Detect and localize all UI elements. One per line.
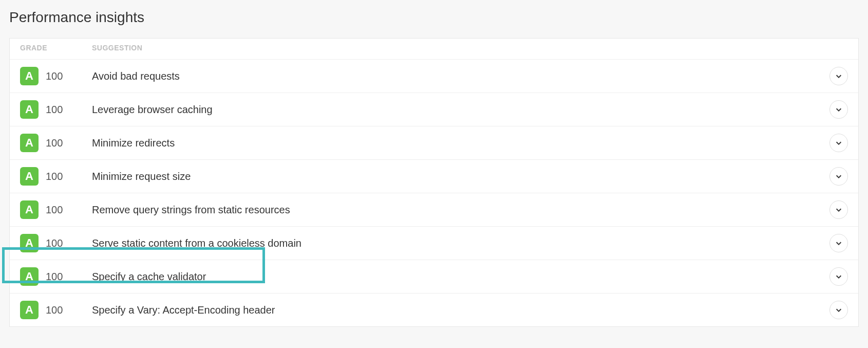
suggestion-text: Specify a cache validator bbox=[92, 271, 829, 283]
grade-badge: A bbox=[20, 267, 39, 286]
suggestion-text: Minimize redirects bbox=[92, 137, 829, 149]
grade-badge: A bbox=[20, 301, 39, 319]
table-row[interactable]: A100Leverage browser caching bbox=[10, 93, 858, 126]
grade-cell: A100 bbox=[20, 301, 92, 319]
suggestion-text: Remove query strings from static resourc… bbox=[92, 204, 829, 216]
score-value: 100 bbox=[46, 171, 63, 182]
expand-button[interactable] bbox=[829, 301, 848, 319]
chevron-down-icon bbox=[835, 72, 842, 80]
grade-badge: A bbox=[20, 67, 39, 85]
grade-cell: A100 bbox=[20, 267, 92, 286]
grade-badge: A bbox=[20, 167, 39, 186]
chevron-down-icon bbox=[835, 139, 842, 146]
score-value: 100 bbox=[46, 204, 63, 216]
table-row[interactable]: A100Minimize request size bbox=[10, 159, 858, 193]
expand-button[interactable] bbox=[829, 234, 848, 252]
chevron-down-icon bbox=[835, 306, 842, 314]
table-row[interactable]: A100Serve static content from a cookiele… bbox=[10, 226, 858, 260]
suggestion-text: Leverage browser caching bbox=[92, 104, 829, 116]
grade-cell: A100 bbox=[20, 200, 92, 219]
page-title: Performance insights bbox=[9, 9, 859, 26]
header-suggestion: SUGGESTION bbox=[92, 44, 848, 52]
chevron-down-icon bbox=[835, 106, 842, 113]
table-row[interactable]: A100Specify a cache validator bbox=[10, 260, 858, 293]
chevron-down-icon bbox=[835, 206, 842, 213]
score-value: 100 bbox=[46, 237, 63, 249]
chevron-down-icon bbox=[835, 240, 842, 247]
expand-button[interactable] bbox=[829, 134, 848, 152]
table-row[interactable]: A100Specify a Vary: Accept-Encoding head… bbox=[10, 293, 858, 326]
expand-button[interactable] bbox=[829, 200, 848, 219]
table-row[interactable]: A100Avoid bad requests bbox=[10, 59, 858, 93]
expand-button[interactable] bbox=[829, 267, 848, 286]
grade-cell: A100 bbox=[20, 234, 92, 252]
grade-cell: A100 bbox=[20, 67, 92, 85]
table-header: GRADE SUGGESTION bbox=[10, 39, 858, 59]
score-value: 100 bbox=[46, 137, 63, 149]
chevron-down-icon bbox=[835, 173, 842, 180]
expand-button[interactable] bbox=[829, 100, 848, 119]
score-value: 100 bbox=[46, 304, 63, 316]
grade-cell: A100 bbox=[20, 167, 92, 186]
grade-badge: A bbox=[20, 200, 39, 219]
expand-button[interactable] bbox=[829, 67, 848, 85]
grade-cell: A100 bbox=[20, 134, 92, 152]
suggestion-text: Specify a Vary: Accept-Encoding header bbox=[92, 304, 829, 316]
suggestion-text: Minimize request size bbox=[92, 171, 829, 182]
grade-cell: A100 bbox=[20, 100, 92, 119]
insights-panel: GRADE SUGGESTION A100Avoid bad requestsA… bbox=[9, 38, 859, 327]
suggestion-text: Avoid bad requests bbox=[92, 70, 829, 82]
score-value: 100 bbox=[46, 271, 63, 283]
table-row[interactable]: A100Minimize redirects bbox=[10, 126, 858, 159]
grade-badge: A bbox=[20, 134, 39, 152]
table-row[interactable]: A100Remove query strings from static res… bbox=[10, 193, 858, 226]
grade-badge: A bbox=[20, 100, 39, 119]
score-value: 100 bbox=[46, 104, 63, 116]
header-grade: GRADE bbox=[20, 44, 92, 52]
suggestion-text: Serve static content from a cookieless d… bbox=[92, 237, 829, 249]
expand-button[interactable] bbox=[829, 167, 848, 186]
chevron-down-icon bbox=[835, 273, 842, 280]
grade-badge: A bbox=[20, 234, 39, 252]
score-value: 100 bbox=[46, 70, 63, 82]
